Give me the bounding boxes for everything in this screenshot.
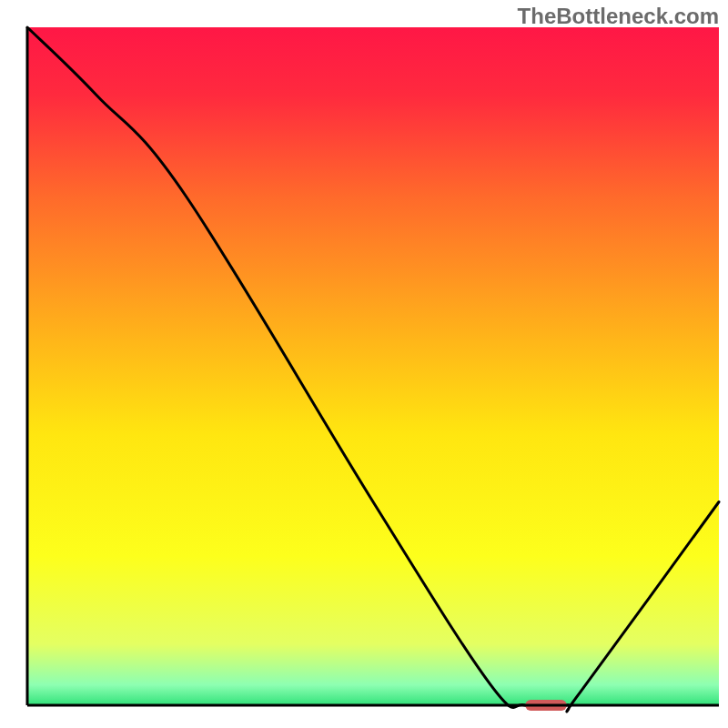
chart-container: TheBottleneck.com xyxy=(0,0,728,728)
bottleneck-chart xyxy=(0,0,728,728)
watermark-label: TheBottleneck.com xyxy=(518,4,719,29)
